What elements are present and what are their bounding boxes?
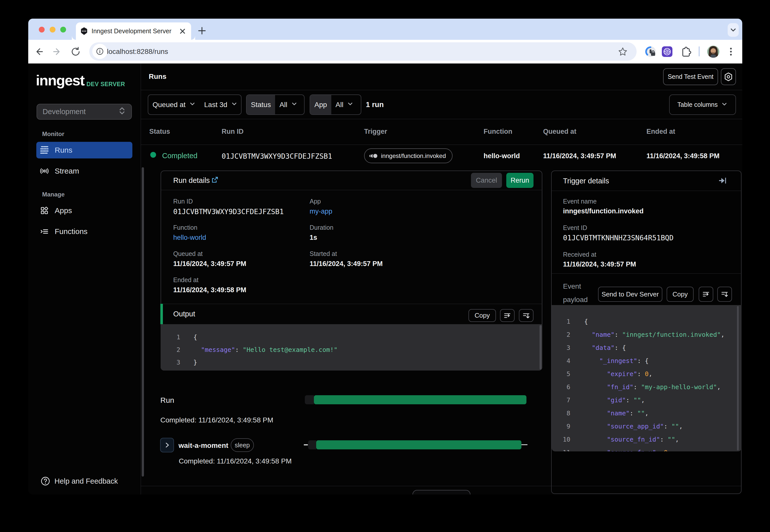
help-and-feedback[interactable]: Help and Feedback [40,476,118,486]
time-range-dropdown[interactable]: Last 3d [200,95,242,114]
run-id-value: 01JCVBTMV3WXY9D3CFDEJFZSB1 [173,208,284,216]
run-count: 1 run [366,94,384,115]
step-bar[interactable] [316,440,521,449]
function-link[interactable]: hello-world [173,234,206,242]
status-filter-label: Status [247,95,275,114]
payload-wrap-icon-button[interactable] [699,287,713,302]
page-title: Runs [149,73,166,81]
table-columns-button[interactable]: Table columns [669,94,736,115]
code-line: 8"name": "", [552,407,742,420]
column-header-status[interactable]: Status [149,128,170,136]
traffic-light-minimize[interactable] [50,27,55,32]
rerun-button[interactable]: Rerun [506,173,533,188]
status-filter-value[interactable]: All [275,95,302,114]
reload-icon[interactable] [67,43,85,61]
extensions-puzzle-icon[interactable] [677,43,695,61]
environment-select[interactable]: Development [37,104,132,120]
collapse-panel-icon[interactable] [719,177,726,185]
new-tab-button[interactable] [198,26,206,35]
tab-strip-chevron-button[interactable] [728,23,739,37]
payload-expand-icon-button[interactable] [717,287,732,302]
row-ended-at: 11/16/2024, 3:49:58 PM [647,152,720,160]
step-bar-start-tick [304,444,308,445]
run-details-header-divider [160,190,542,190]
output-title: Output [173,310,195,318]
output-accent-bar [160,304,163,324]
send-test-event-button[interactable]: Send Test Event [663,68,718,85]
sidebar-item-apps[interactable]: Apps [36,202,132,219]
output-scrollbar[interactable] [539,325,541,370]
traffic-light-close[interactable] [39,27,45,32]
back-icon[interactable] [29,43,48,61]
app-filter-value[interactable]: All [331,95,358,114]
sidebar-item-runs[interactable]: Runs [36,142,132,158]
received-at-value: 11/16/2024, 3:49:57 PM [563,260,636,268]
site-info-icon[interactable] [92,44,107,59]
sidebar-item-functions[interactable]: Functions [36,223,132,240]
clipped-footer-pill[interactable] [412,490,470,494]
app-value: All [336,101,343,109]
code-line: 5"expire": 0, [552,368,742,381]
payload-scrollbar[interactable] [737,306,739,450]
sidebar-item-label: Apps [55,206,72,215]
output-wrap-icon-button[interactable] [500,309,514,322]
trigger-pill[interactable]: inngest/function.invoked [364,148,453,163]
code-line: 4"_inngest": { [552,354,742,368]
output-expand-icon-button[interactable] [519,309,533,322]
rerun-label: Rerun [510,177,529,184]
started-at-value: 11/16/2024, 3:49:57 PM [310,260,383,268]
inngest-logo: inngest DEV SERVER [36,72,84,89]
payload-copy-button[interactable]: Copy [667,287,694,302]
traffic-light-zoom[interactable] [60,27,66,32]
logo-wordmark: inngest [36,72,84,89]
column-header-function[interactable]: Function [483,128,512,136]
time-field-label: Queued at [152,101,185,109]
functions-icon [40,227,49,236]
browser-menu-kebab-icon[interactable] [722,43,740,61]
status-label: Status [251,101,271,109]
time-filter[interactable]: Queued at Last 3d [148,94,242,115]
received-at-label: Received at [563,251,596,258]
sidebar-section-monitor: Monitor [42,130,64,138]
queued-at-label: Queued at [173,250,203,257]
duration-value: 1s [310,234,317,242]
app-link[interactable]: my-app [310,208,332,215]
payload-code-block: 1{2"name": "inngest/function.invoked",3"… [552,305,742,451]
status-value: All [279,101,287,109]
external-link-icon[interactable] [212,177,218,184]
cancel-label: Cancel [476,177,497,184]
column-header-ended-at[interactable]: Ended at [647,128,675,136]
queued-at-value: 11/16/2024, 3:49:57 PM [173,260,246,268]
column-header-trigger[interactable]: Trigger [364,128,387,136]
output-copy-button[interactable]: Copy [468,309,496,322]
browser-tab[interactable]: Inngest Development Server [76,22,191,40]
step-completed: Completed: 11/16/2024, 3:49:58 PM [179,457,292,465]
step-name: wait-a-moment [178,442,229,450]
row-function: hello-world [483,152,520,160]
sidebar-item-stream[interactable]: Stream [36,163,132,179]
avatar[interactable] [704,43,722,61]
app-filter[interactable]: App All [310,94,361,115]
duration-label: Duration [310,224,334,231]
password-manager-icon[interactable] [642,43,660,61]
time-field-dropdown[interactable]: Queued at [148,95,200,114]
timeline-run-bar[interactable] [314,395,526,404]
time-range-label: Last 3d [204,101,228,109]
url-bar[interactable]: localhost:8288/runs [89,42,637,61]
bookmark-star-icon[interactable] [618,47,628,57]
main-scrollbar[interactable] [142,167,144,477]
step-expand-button[interactable] [160,438,174,452]
send-to-dev-server-button[interactable]: Send to Dev Server [598,287,662,302]
tab-close-icon[interactable] [178,27,187,36]
settings-button[interactable] [721,68,736,85]
step-bar-end-tick [521,444,527,445]
cancel-button[interactable]: Cancel [471,173,502,188]
column-header-queued-at[interactable]: Queued at [543,128,576,136]
status-filter[interactable]: Status All [246,94,305,115]
column-header-run-id[interactable]: Run ID [222,128,244,136]
sidebar-item-label: Functions [55,227,87,236]
forward-icon[interactable] [48,43,67,61]
extension-globe-icon[interactable] [658,43,676,61]
screenshot-stage: Inngest Development Server [0,0,770,532]
output-divider [160,304,542,304]
